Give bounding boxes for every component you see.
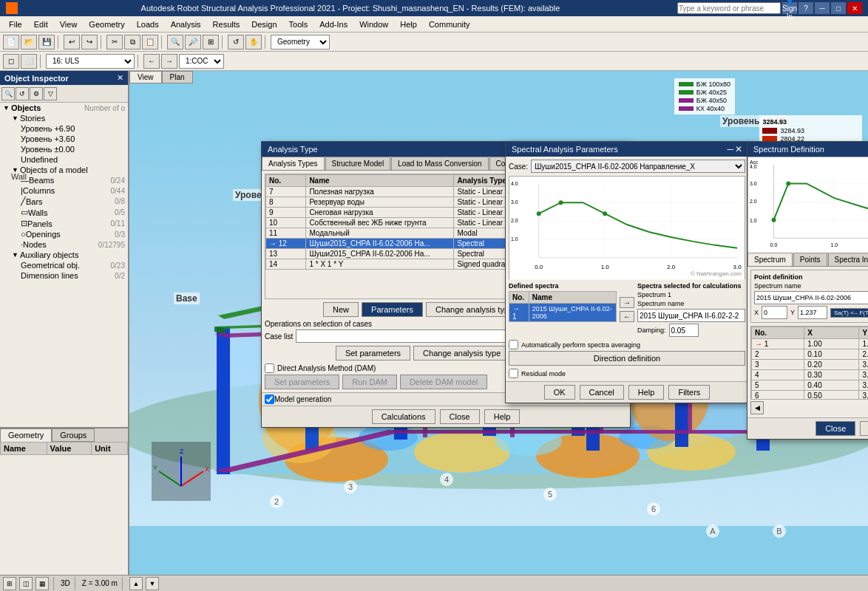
case-dropdown[interactable]: Шуши2015_СНРА II-6.02-2006 Направление_X (531, 160, 745, 173)
oi-settings[interactable]: ⚙ (30, 87, 43, 100)
tb-new[interactable]: 📄 (3, 35, 19, 49)
x-input[interactable] (762, 306, 787, 319)
spectral-close[interactable]: ✕ (735, 144, 742, 154)
tb-paste[interactable]: 📋 (142, 35, 158, 49)
parameters-btn[interactable]: Parameters (362, 302, 423, 317)
close-analysis-btn[interactable]: Close (440, 409, 480, 424)
keyword-search[interactable] (677, 2, 781, 14)
spectrum-header[interactable]: Spectrum Definition ✕ (747, 142, 868, 157)
delete-dam-btn[interactable]: Delete DAM model (400, 375, 487, 389)
tree-dim-lines[interactable]: Dimension lines 0/2 (0, 270, 128, 281)
tree-walls[interactable]: ▭ Walls 0/5 (0, 207, 128, 218)
help-analysis-btn[interactable]: Help (484, 409, 521, 424)
bt-btn1[interactable]: ⊞ (3, 577, 16, 590)
run-dam-btn[interactable]: Run DAM (342, 375, 397, 389)
tree-panels[interactable]: ⊡ Panels 0/11 (0, 218, 128, 229)
tb-cut[interactable]: ✂ (106, 35, 123, 49)
oi-search[interactable]: 🔍 (1, 87, 15, 100)
spectrum-row-0[interactable]: 11.001.24 (752, 339, 869, 349)
tb2-btn2[interactable]: ⬜ (21, 54, 37, 69)
tb-undo[interactable]: ↩ (64, 35, 80, 49)
spectrum-tab-points[interactable]: Points (793, 253, 827, 266)
menu-design[interactable]: Design (245, 18, 282, 30)
spectral-minimize[interactable]: ─ (727, 144, 733, 154)
spectrum-row-4[interactable]: 50.403.09 (752, 380, 869, 391)
tb-rotate[interactable]: ↺ (228, 35, 244, 49)
direction-btn[interactable]: Direction definition (509, 351, 745, 366)
tab-geometry[interactable]: Geometry (0, 428, 52, 442)
spectrum-close-btn[interactable]: Close (816, 421, 855, 436)
view-tab[interactable]: View (129, 71, 162, 83)
spectrum-table-container[interactable]: No. X Y 11.001.2420.102.1630.203.0940.30… (750, 326, 868, 400)
bt-btn2[interactable]: ◫ (19, 577, 33, 590)
tree-undefined[interactable]: Undefined (0, 154, 128, 165)
bt-btn3[interactable]: ▦ (35, 577, 49, 590)
damping-input[interactable] (669, 324, 699, 337)
tb-copy[interactable]: ⧉ (124, 35, 140, 49)
change-type2-btn[interactable]: Change analysis type (413, 346, 510, 361)
analysis-tab-model[interactable]: Structure Model (325, 157, 391, 170)
menu-results[interactable]: Results (207, 18, 246, 30)
tree-stories[interactable]: ▼ Stories (0, 113, 128, 123)
menu-view[interactable]: View (54, 18, 84, 30)
minimize-btn[interactable]: ─ (815, 2, 830, 14)
remove-from-calc-btn[interactable]: ← (620, 311, 634, 322)
oi-close[interactable]: ✕ (117, 73, 123, 83)
tb-zoom-in[interactable]: 🔍 (167, 35, 183, 49)
spectrum-name-input-sd[interactable] (754, 291, 868, 304)
spectral-ok-btn[interactable]: OK (544, 385, 575, 400)
tree-level-000[interactable]: Уровень ±0.00 (0, 144, 128, 154)
set-params-dam-btn[interactable]: Set parameters (265, 375, 339, 389)
tb-pan[interactable]: ✋ (245, 35, 262, 49)
menu-help[interactable]: Help (394, 18, 423, 30)
spectral-help-btn[interactable]: Help (628, 385, 665, 400)
spectrum-name-input[interactable] (637, 309, 745, 322)
tb-redo[interactable]: ↪ (81, 35, 98, 49)
spectral-header[interactable]: Spectral Analysis Parameters ─ ✕ (506, 142, 748, 157)
menu-file[interactable]: File (3, 18, 28, 30)
tree-bars[interactable]: ╱ Bars 0/8 (0, 196, 128, 207)
analysis-tab-mass[interactable]: Load to Mass Conversion (391, 157, 488, 170)
new-btn[interactable]: New (323, 302, 359, 317)
sa-ft-btn[interactable]: Sa(T) <-- F(T) (830, 308, 868, 318)
oi-filter[interactable]: ▽ (44, 87, 57, 100)
y-input[interactable] (798, 306, 827, 319)
spectrum-tab-spectrum[interactable]: Spectrum (747, 253, 793, 266)
tb2-btn1[interactable]: ◻ (3, 54, 19, 69)
auto-avg-checkbox[interactable] (509, 340, 518, 349)
menu-community[interactable]: Community (423, 18, 476, 30)
bt-arrow-up[interactable]: ▲ (129, 577, 143, 590)
tree-geo-obj[interactable]: Geometrical obj. 0/23 (0, 260, 128, 270)
bt-arrow-down[interactable]: ▼ (146, 577, 159, 590)
coc-dropdown[interactable]: 1:COC (179, 54, 224, 69)
tree-level-360[interactable]: Уровень +3.60 (0, 134, 128, 144)
spectrum-help-btn[interactable]: Help (860, 421, 868, 436)
menu-loads[interactable]: Loads (131, 18, 165, 30)
ds-row-1[interactable]: → 1 2015 Шуши_СНРА II-6.02-2006 (509, 304, 617, 322)
tab-groups[interactable]: Groups (52, 428, 95, 442)
tb-save[interactable]: 💾 (38, 35, 55, 49)
menu-geometry[interactable]: Geometry (83, 18, 130, 30)
tree-columns[interactable]: | Columns 0/44 (0, 185, 128, 196)
tree-openings[interactable]: ○ Openings 0/3 (0, 229, 128, 239)
tb-fit[interactable]: ⊞ (203, 35, 219, 49)
tree-auxiliary[interactable]: ▼ Auxiliary objects (0, 250, 128, 260)
menu-edit[interactable]: Edit (28, 18, 54, 30)
spectrum-tab-interp[interactable]: Spectra Interpolation (828, 253, 868, 266)
spectrum-row-5[interactable]: 60.503.0d (752, 391, 869, 400)
filters-btn[interactable]: Filters (668, 385, 710, 400)
menu-window[interactable]: Window (353, 18, 394, 30)
maximize-btn[interactable]: □ (831, 2, 846, 14)
close-btn[interactable]: ✕ (847, 2, 862, 14)
menu-tools[interactable]: Tools (283, 18, 314, 30)
objects-expand[interactable]: ▼ (3, 104, 10, 112)
tree-level-690[interactable]: Уровень +6.90 (0, 123, 128, 134)
tb2-arrow2[interactable]: → (161, 54, 177, 69)
help-btn[interactable]: ? (799, 2, 813, 14)
uls-dropdown[interactable]: 16: ULS (46, 54, 135, 69)
tb2-arrow[interactable]: ← (143, 54, 160, 69)
tree-nodes[interactable]: · Nodes 0/12795 (0, 239, 128, 250)
sign-in-btn[interactable]: 👤 Sign In (782, 2, 797, 14)
set-params-btn[interactable]: Set parameters (336, 346, 410, 361)
menu-analysis[interactable]: Analysis (165, 18, 207, 30)
